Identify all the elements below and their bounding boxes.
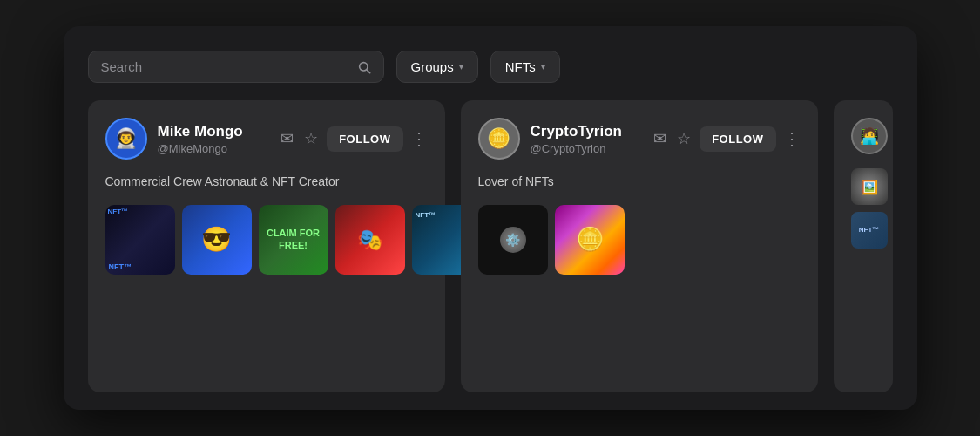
nfts-filter-button[interactable]: NFTs ▾ — [490, 51, 560, 83]
nfts-chevron-icon: ▾ — [541, 62, 545, 72]
groups-chevron-icon: ▾ — [459, 62, 463, 72]
mail-icon-mike[interactable]: ✉ — [279, 127, 295, 150]
mail-icon-crypto[interactable]: ✉ — [652, 127, 668, 150]
nft-grid-mike: NFT™ 😎 CLAIM FOR FREE! 🎭 NFT™ — [105, 205, 428, 275]
card-partial: 🧑‍💻 🖼️ NFT™ — [834, 100, 893, 392]
nft-partial-1[interactable]: 🖼️ — [851, 168, 888, 205]
user-name-crypto: CryptoTyrion — [531, 123, 642, 140]
avatar-mike: 👨‍🚀 — [105, 118, 147, 160]
user-info-crypto: CryptoTyrion @CryptoTyrion — [531, 123, 642, 155]
bio-crypto: Lover of NFTs — [478, 174, 801, 191]
user-handle-mike: @MikeMongo — [158, 142, 269, 155]
svg-line-1 — [367, 70, 370, 73]
nft-grid-crypto: ⚙️ 🪙 — [478, 205, 801, 275]
follow-button-mike[interactable]: FOLLOW — [327, 126, 402, 152]
card-actions-crypto: ✉ ☆ FOLLOW ⋮ — [652, 126, 800, 152]
search-icon — [357, 60, 371, 74]
top-bar: Groups ▾ NFTs ▾ — [88, 51, 893, 83]
nft-thumb-mike-2[interactable]: 😎 — [182, 205, 252, 275]
more-icon-crypto[interactable]: ⋮ — [783, 128, 801, 149]
card-header-crypto: 🪙 CryptoTyrion @CryptoTyrion ✉ ☆ FOLLOW … — [478, 118, 801, 160]
search-wrapper — [88, 51, 384, 83]
search-input[interactable] — [101, 59, 350, 74]
groups-label: Groups — [411, 59, 454, 74]
more-icon-mike[interactable]: ⋮ — [410, 128, 428, 149]
nft-thumb-crypto-2[interactable]: 🪙 — [555, 205, 625, 275]
bio-mike: Commercial Crew Astronaut & NFT Creator — [105, 174, 428, 191]
star-icon-mike[interactable]: ☆ — [302, 127, 320, 150]
follow-button-crypto[interactable]: FOLLOW — [700, 126, 775, 152]
card-actions-mike: ✉ ☆ FOLLOW ⋮ — [279, 126, 427, 152]
nft-thumb-mike-1[interactable]: NFT™ — [105, 205, 175, 275]
cards-area: 👨‍🚀 Mike Mongo @MikeMongo ✉ ☆ FOLLOW ⋮ C… — [88, 100, 893, 392]
user-info-mike: Mike Mongo @MikeMongo — [158, 123, 269, 155]
nft-thumb-mike-3[interactable]: CLAIM FOR FREE! — [259, 205, 328, 275]
card-crypto-tyrion: 🪙 CryptoTyrion @CryptoTyrion ✉ ☆ FOLLOW … — [461, 100, 818, 392]
nft-partial-2[interactable]: NFT™ — [851, 212, 888, 249]
avatar-partial: 🧑‍💻 — [851, 118, 888, 154]
star-icon-crypto[interactable]: ☆ — [675, 127, 693, 150]
groups-filter-button[interactable]: Groups ▾ — [396, 51, 478, 83]
nfts-label: NFTs — [505, 59, 536, 74]
nft-thumb-crypto-1[interactable]: ⚙️ — [478, 205, 548, 275]
user-handle-crypto: @CryptoTyrion — [531, 142, 642, 155]
user-name-mike: Mike Mongo — [158, 123, 269, 140]
avatar-crypto: 🪙 — [478, 118, 520, 160]
nft-thumb-mike-4[interactable]: 🎭 — [335, 205, 405, 275]
card-mike-mongo: 👨‍🚀 Mike Mongo @MikeMongo ✉ ☆ FOLLOW ⋮ C… — [88, 100, 445, 392]
app-container: Groups ▾ NFTs ▾ 👨‍🚀 Mike Mongo @MikeMong… — [64, 26, 917, 410]
card-header-mike: 👨‍🚀 Mike Mongo @MikeMongo ✉ ☆ FOLLOW ⋮ — [105, 118, 428, 160]
